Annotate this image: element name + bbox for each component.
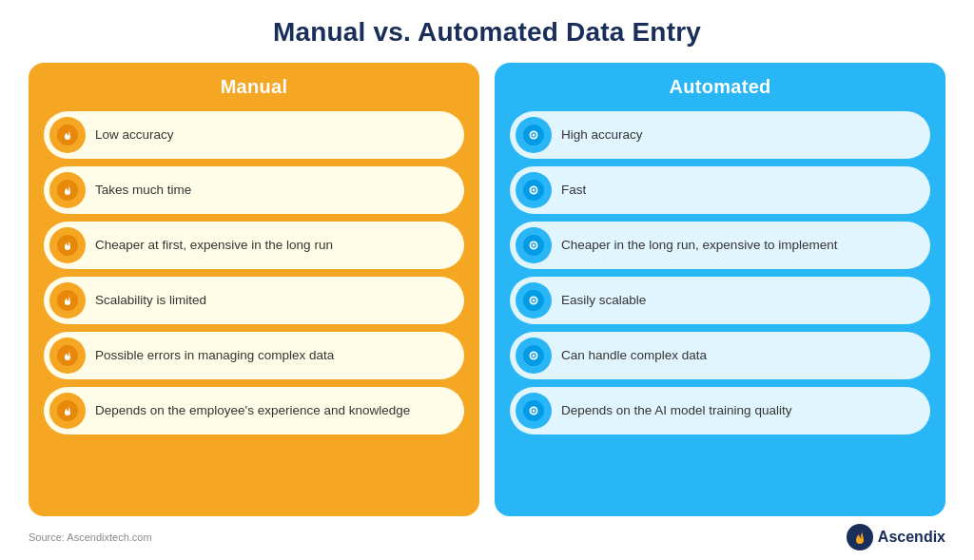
manual-item-text: Depends on the employee's experience and… [95, 402, 410, 419]
manual-list-item: Low accuracy [44, 111, 464, 159]
automated-item-icon [516, 117, 552, 153]
svg-point-13 [533, 299, 536, 302]
manual-list-item: Depends on the employee's experience and… [44, 387, 464, 434]
svg-point-17 [533, 410, 536, 413]
automated-item-text: High accuracy [561, 126, 643, 144]
manual-column-header: Manual [44, 76, 464, 98]
manual-list-item: Cheaper at first, expensive in the long … [44, 222, 464, 269]
manual-items-list: Low accuracy Takes much time Cheaper at … [44, 111, 464, 434]
brand-name: Ascendix [878, 529, 945, 546]
manual-item-icon [49, 172, 86, 208]
manual-item-icon [49, 117, 86, 153]
svg-point-7 [533, 134, 536, 137]
automated-item-icon [516, 393, 552, 429]
svg-point-15 [533, 355, 536, 357]
page-title: Manual vs. Automated Data Entry [273, 17, 701, 48]
source-text: Source: Ascendixtech.com [29, 531, 152, 543]
manual-list-item: Scalability is limited [44, 277, 464, 324]
brand: Ascendix [847, 524, 945, 550]
automated-item-text: Fast [561, 182, 586, 199]
automated-item-icon [516, 338, 552, 374]
automated-list-item: Cheaper in the long run, expensive to im… [510, 222, 930, 269]
automated-column-header: Automated [510, 76, 930, 98]
automated-list-item: Depends on the AI model training quality [510, 387, 930, 434]
manual-item-text: Low accuracy [95, 126, 174, 144]
automated-item-text: Can handle complex data [561, 347, 707, 364]
footer: Source: Ascendixtech.com Ascendix [29, 524, 945, 550]
manual-item-text: Possible errors in managing complex data [95, 347, 334, 364]
manual-item-text: Takes much time [95, 182, 191, 199]
comparison-container: Manual Low accuracy Takes much time Chea… [29, 63, 945, 516]
brand-logo-icon [847, 524, 873, 550]
manual-item-icon [49, 393, 86, 429]
automated-item-text: Cheaper in the long run, expensive to im… [561, 237, 837, 254]
svg-point-9 [533, 189, 536, 192]
automated-item-icon [516, 282, 552, 319]
manual-item-text: Cheaper at first, expensive in the long … [95, 237, 333, 254]
svg-point-11 [533, 244, 536, 247]
manual-list-item: Takes much time [44, 166, 464, 214]
automated-list-item: Easily scalable [510, 277, 930, 324]
manual-item-text: Scalability is limited [95, 292, 206, 309]
automated-list-item: High accuracy [510, 111, 930, 159]
manual-column: Manual Low accuracy Takes much time Chea… [29, 63, 479, 516]
automated-list-item: Fast [510, 166, 930, 214]
manual-list-item: Possible errors in managing complex data [44, 332, 464, 379]
automated-column: Automated High accuracy Fast Cheaper in … [495, 63, 945, 516]
automated-list-item: Can handle complex data [510, 332, 930, 379]
manual-item-icon [49, 227, 86, 263]
automated-items-list: High accuracy Fast Cheaper in the long r… [510, 111, 930, 434]
automated-item-text: Easily scalable [561, 292, 646, 309]
automated-item-icon [516, 172, 552, 208]
manual-item-icon [49, 338, 86, 374]
manual-item-icon [49, 282, 86, 319]
automated-item-text: Depends on the AI model training quality [561, 402, 791, 419]
automated-item-icon [516, 227, 552, 263]
